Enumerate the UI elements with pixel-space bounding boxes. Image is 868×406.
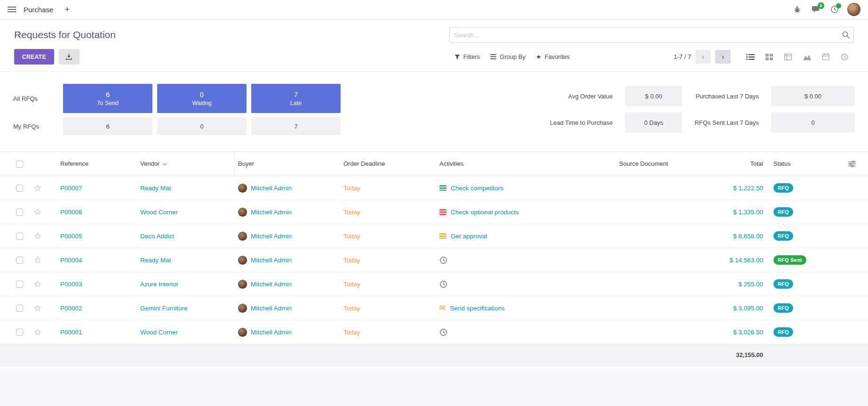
activity-label[interactable]: Check optional products [451,209,519,216]
reference-link[interactable]: P00004 [60,257,82,264]
table-row[interactable]: ☆ P00001 Wood Corner Mitchell Admin Toda… [0,320,868,344]
kanban-view-button[interactable] [760,50,779,64]
column-header-order-deadline[interactable]: Order Deadline [340,152,436,176]
buyer-link[interactable]: Mitchell Admin [251,281,292,288]
filters-button[interactable]: Filters [449,50,485,63]
activity-cell[interactable]: ✉ Send specifications [436,304,593,312]
favorite-star-icon[interactable]: ☆ [34,327,41,337]
row-checkbox[interactable] [16,257,23,264]
messages-icon[interactable]: 5 [812,6,820,13]
favorite-star-icon[interactable]: ☆ [34,303,41,313]
graph-view-button[interactable] [797,50,816,64]
tile-late[interactable]: 7 Late [251,84,341,113]
vendor-link[interactable]: Azure Interior [140,281,178,288]
app-name[interactable]: Purchase [24,6,53,14]
calendar-view-button[interactable] [816,50,835,64]
column-header-activities[interactable]: Activities [436,152,593,176]
vendor-link[interactable]: Wood Corner [140,209,178,216]
reference-link[interactable]: P00006 [60,209,82,216]
kanban-view-icon [765,54,773,60]
row-checkbox[interactable] [16,209,23,216]
column-header-total[interactable]: Total [692,152,770,176]
activity-view-button[interactable] [835,50,854,64]
reference-link[interactable]: P00003 [60,281,82,288]
table-row[interactable]: ☆ P00003 Azure Interior Mitchell Admin T… [0,272,868,296]
pager-previous-button[interactable]: ‹ [695,50,711,64]
order-deadline-text: Today [343,305,360,312]
column-header-reference[interactable]: Reference [56,152,136,176]
total-amount: $ 8,658.00 [733,233,763,240]
pivot-view-icon [784,54,792,60]
favorite-star-icon[interactable]: ☆ [34,279,41,289]
activity-label[interactable]: Check competitors [451,185,503,192]
buyer-link[interactable]: Mitchell Admin [251,329,292,336]
create-button[interactable]: CREATE [14,49,54,65]
pivot-view-button[interactable] [779,50,797,64]
user-avatar[interactable] [847,3,860,16]
activity-label[interactable]: Get approval [451,233,487,240]
total-amount: $ 1,222.50 [733,185,763,192]
reference-link[interactable]: P00001 [60,329,82,336]
activity-cell[interactable]: Get approval [436,233,593,240]
buyer-link[interactable]: Mitchell Admin [251,305,292,312]
my-tile-late[interactable]: 7 [251,117,341,135]
favorites-button[interactable]: ★ Favorites [531,50,575,63]
search-input[interactable] [449,27,854,43]
row-checkbox[interactable] [16,329,23,336]
activity-cell[interactable] [436,328,593,336]
row-checkbox[interactable] [16,281,23,288]
favorite-star-icon[interactable]: ☆ [34,207,41,217]
vendor-link[interactable]: Wood Corner [140,329,178,336]
reference-link[interactable]: P00002 [60,305,82,312]
list-view-button[interactable] [741,50,760,64]
column-header-vendor[interactable]: Vendor [136,152,234,176]
table-row[interactable]: ☆ P00006 Wood Corner Mitchell Admin Toda… [0,200,868,224]
row-checkbox[interactable] [16,305,23,312]
row-checkbox[interactable] [16,185,23,192]
column-header-buyer[interactable]: Buyer [234,152,340,176]
reference-link[interactable]: P00005 [60,233,82,240]
debug-bug-icon[interactable] [793,6,801,13]
search-icon[interactable] [842,31,850,39]
my-tile-to-send[interactable]: 6 [63,117,152,135]
select-all-checkbox[interactable] [16,161,23,168]
my-tile-waiting[interactable]: 0 [157,117,247,135]
vendor-link[interactable]: Deco Addict [140,233,174,240]
activities-clock-icon[interactable] [830,5,839,14]
activity-cell[interactable] [436,256,593,264]
buyer-link[interactable]: Mitchell Admin [251,233,292,240]
activity-label[interactable]: Send specifications [450,305,504,312]
messages-count-badge: 5 [818,2,824,9]
reference-link[interactable]: P00007 [60,185,82,192]
pager-next-button[interactable]: › [715,50,731,64]
favorite-star-icon[interactable]: ☆ [34,255,41,265]
stat-label-rfqs-sent-last-7-days: RFQs Sent Last 7 Days [694,119,759,126]
vendor-link[interactable]: Gemini Furniture [140,305,188,312]
favorite-star-icon[interactable]: ☆ [34,183,41,193]
tile-waiting[interactable]: 0 Waiting [157,84,247,113]
buyer-link[interactable]: Mitchell Admin [251,209,292,216]
table-row[interactable]: ☆ P00002 Gemini Furniture Mitchell Admin… [0,296,868,320]
column-header-status[interactable]: Status [770,152,836,176]
optional-columns-icon[interactable] [848,161,856,167]
vendor-link[interactable]: Ready Mat [140,257,171,264]
buyer-link[interactable]: Mitchell Admin [251,185,292,192]
column-header-source-document[interactable]: Source Document [593,152,692,176]
pager: 1-7 / 7 ‹ › [674,50,731,64]
row-checkbox[interactable] [16,233,23,240]
apps-menu-icon[interactable] [8,7,16,13]
table-row[interactable]: ☆ P00007 Ready Mat Mitchell Admin Today … [0,176,868,200]
table-row[interactable]: ☆ P00005 Deco Addict Mitchell Admin Toda… [0,224,868,248]
activity-cell[interactable] [436,280,593,288]
buyer-link[interactable]: Mitchell Admin [251,257,292,264]
plus-icon[interactable]: + [64,5,70,14]
stat-value-purchased-last-7-days: $ 0.00 [771,86,855,106]
export-button[interactable] [59,49,80,65]
group-by-button[interactable]: Group By [485,50,531,63]
activity-cell[interactable]: Check optional products [436,209,593,216]
activity-cell[interactable]: Check competitors [436,185,593,192]
tile-to-send[interactable]: 6 To Send [63,84,152,113]
favorite-star-icon[interactable]: ☆ [34,231,41,241]
vendor-link[interactable]: Ready Mat [140,185,171,192]
table-row[interactable]: ☆ P00004 Ready Mat Mitchell Admin Today … [0,248,868,272]
